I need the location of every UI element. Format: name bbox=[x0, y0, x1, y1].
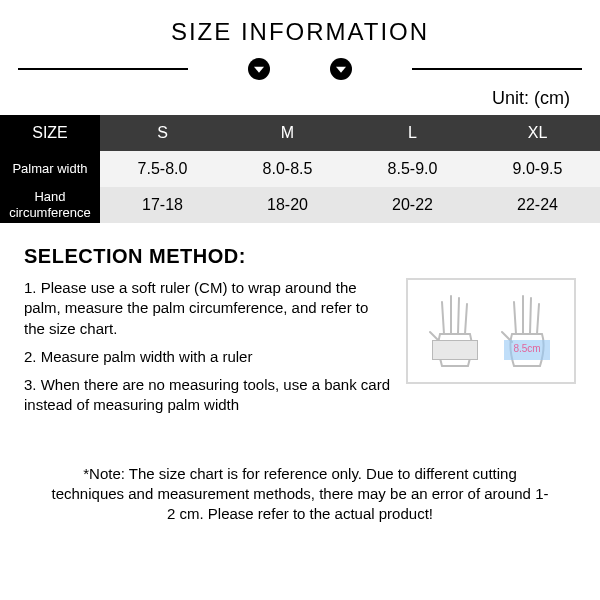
row-label: Palmar width bbox=[0, 151, 100, 187]
row-label: Hand circumference bbox=[0, 187, 100, 223]
col-header: SIZE bbox=[0, 115, 100, 151]
list-item: 3. When there are no measuring tools, us… bbox=[24, 375, 392, 416]
method-title: SELECTION METHOD: bbox=[24, 245, 576, 268]
unit-label: Unit: (cm) bbox=[0, 88, 600, 115]
cell: 9.0-9.5 bbox=[475, 151, 600, 187]
table-row: Palmar width 7.5-8.0 8.0-8.5 8.5-9.0 9.0… bbox=[0, 151, 600, 187]
col-header: XL bbox=[475, 115, 600, 151]
measure-label: 8.5cm bbox=[513, 343, 540, 354]
list-item: 2. Measure palm width with a ruler bbox=[24, 347, 392, 367]
cell: 8.0-8.5 bbox=[225, 151, 350, 187]
cell: 18-20 bbox=[225, 187, 350, 223]
footnote: *Note: The size chart is for reference o… bbox=[0, 424, 600, 525]
hand-illustration: 8.5cm bbox=[406, 278, 576, 384]
table-row: Hand circumference 17-18 18-20 20-22 22-… bbox=[0, 187, 600, 223]
col-header: S bbox=[100, 115, 225, 151]
cell: 7.5-8.0 bbox=[100, 151, 225, 187]
hand-width-icon: 8.5cm bbox=[496, 288, 558, 374]
chevron-down-icon bbox=[330, 58, 352, 80]
cell: 8.5-9.0 bbox=[350, 151, 475, 187]
cell: 20-22 bbox=[350, 187, 475, 223]
divider bbox=[0, 58, 600, 80]
hand-circumference-icon bbox=[424, 288, 486, 374]
method-steps: 1. Please use a soft ruler (CM) to wrap … bbox=[24, 278, 392, 424]
col-header: L bbox=[350, 115, 475, 151]
list-item: 1. Please use a soft ruler (CM) to wrap … bbox=[24, 278, 392, 339]
page-title: SIZE INFORMATION bbox=[0, 18, 600, 46]
cell: 22-24 bbox=[475, 187, 600, 223]
chevron-down-icon bbox=[248, 58, 270, 80]
cell: 17-18 bbox=[100, 187, 225, 223]
size-chart-table: SIZE S M L XL Palmar width 7.5-8.0 8.0-8… bbox=[0, 115, 600, 223]
col-header: M bbox=[225, 115, 350, 151]
